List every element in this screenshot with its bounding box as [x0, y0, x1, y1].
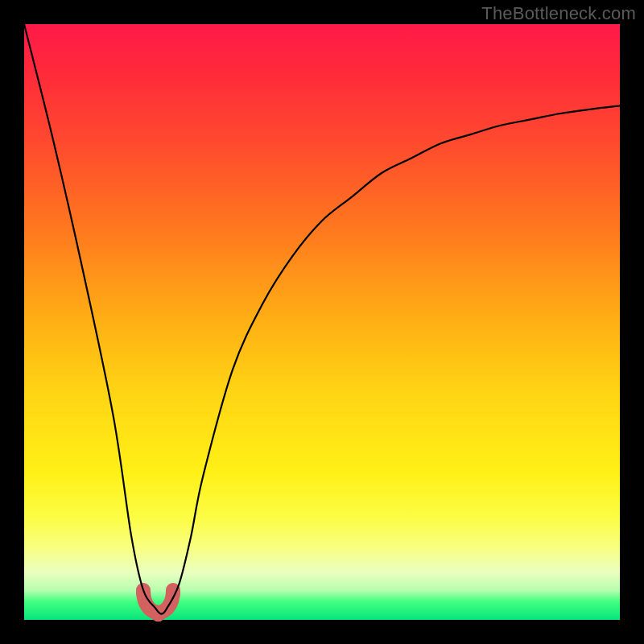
- watermark-text: TheBottleneck.com: [481, 3, 636, 24]
- chart-frame: TheBottleneck.com: [0, 0, 644, 644]
- valley-blob: [136, 586, 180, 621]
- bottleneck-curve: [24, 24, 620, 614]
- chart-svg: [24, 24, 620, 620]
- chart-plot-area: [24, 24, 620, 620]
